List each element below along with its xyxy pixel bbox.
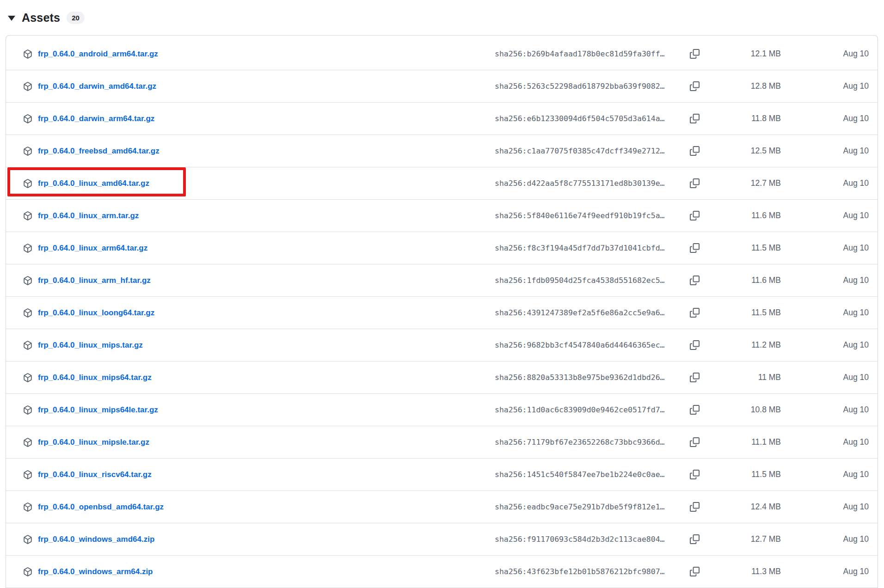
asset-sha256-digest: sha256:f8c3f194a45df7dd7b37d1041cbfd… — [495, 244, 680, 252]
asset-sha256-digest: sha256:5f840e6116e74f9eedf910b19fc5a… — [495, 211, 680, 220]
asset-sha256-digest: sha256:eadbc9ace75e291b7dbe5f9f812e1… — [495, 502, 680, 511]
asset-date: Aug 10 — [781, 308, 869, 318]
package-icon — [23, 147, 32, 156]
asset-row: frp_0.64.0_windows_amd64.zip sha256:f911… — [6, 523, 878, 556]
asset-sha256-digest: sha256:1fdb09504d25fca4538d551682ec5… — [495, 276, 680, 285]
asset-file-link[interactable]: frp_0.64.0_linux_mips.tar.gz — [38, 341, 495, 350]
asset-row: frp_0.64.0_android_arm64.tar.gz sha256:b… — [6, 38, 878, 70]
package-icon — [23, 114, 32, 123]
package-icon — [23, 502, 32, 512]
asset-row: frp_0.64.0_linux_amd64.tar.gz sha256:d42… — [6, 167, 878, 200]
asset-row: frp_0.64.0_linux_mips.tar.gz sha256:9682… — [6, 329, 878, 361]
asset-file-link[interactable]: frp_0.64.0_linux_arm_hf.tar.gz — [38, 276, 495, 285]
copy-icon[interactable] — [690, 49, 700, 59]
copy-icon[interactable] — [690, 308, 700, 318]
assets-count-badge: 20 — [67, 12, 85, 24]
asset-size: 12.1 MB — [700, 49, 781, 59]
asset-file-link[interactable]: frp_0.64.0_linux_mipsle.tar.gz — [38, 438, 495, 447]
package-icon — [23, 82, 32, 91]
package-icon — [23, 179, 32, 188]
asset-row: frp_0.64.0_linux_loong64.tar.gz sha256:4… — [6, 297, 878, 329]
asset-size: 11.6 MB — [700, 211, 781, 220]
asset-file-link[interactable]: frp_0.64.0_linux_arm.tar.gz — [38, 211, 495, 220]
package-icon — [23, 405, 32, 415]
asset-file-link[interactable]: frp_0.64.0_linux_arm64.tar.gz — [38, 244, 495, 253]
package-icon — [23, 470, 32, 479]
asset-file-link[interactable]: frp_0.64.0_windows_amd64.zip — [38, 535, 495, 544]
asset-size: 12.5 MB — [700, 146, 781, 156]
copy-icon[interactable] — [690, 567, 700, 577]
asset-sha256-digest: sha256:71179bf67e23652268c73bbc9366d… — [495, 438, 680, 447]
asset-date: Aug 10 — [781, 405, 869, 415]
copy-icon[interactable] — [690, 211, 700, 221]
asset-sha256-digest: sha256:11d0ac6c83909d0e9462ce0517fd7… — [495, 405, 680, 414]
asset-file-link[interactable]: frp_0.64.0_linux_loong64.tar.gz — [38, 308, 495, 318]
asset-date: Aug 10 — [781, 81, 869, 91]
asset-file-link[interactable]: frp_0.64.0_linux_riscv64.tar.gz — [38, 470, 495, 479]
copy-icon[interactable] — [690, 340, 700, 350]
asset-size: 11.1 MB — [700, 437, 781, 447]
asset-row: frp_0.64.0_linux_arm64.tar.gz sha256:f8c… — [6, 232, 878, 264]
assets-table: frp_0.64.0_android_arm64.tar.gz sha256:b… — [6, 35, 878, 588]
copy-icon[interactable] — [690, 178, 700, 189]
asset-size: 12.8 MB — [700, 81, 781, 91]
asset-date: Aug 10 — [781, 534, 869, 544]
asset-size: 11.6 MB — [700, 276, 781, 285]
asset-date: Aug 10 — [781, 567, 869, 576]
asset-sha256-digest: sha256:9682bb3cf4547840a6d44646365ec… — [495, 341, 680, 349]
asset-row: frp_0.64.0_darwin_amd64.tar.gz sha256:52… — [6, 70, 878, 103]
asset-sha256-digest: sha256:f91170693c584d2b3d2c113cae804… — [495, 535, 680, 544]
asset-sha256-digest: sha256:8820a53313b8e975be9362d1dbd26… — [495, 373, 680, 382]
asset-size: 11.5 MB — [700, 308, 781, 318]
asset-row: frp_0.64.0_linux_mipsle.tar.gz sha256:71… — [6, 426, 878, 459]
copy-icon[interactable] — [690, 81, 700, 92]
copy-icon[interactable] — [690, 146, 700, 156]
copy-icon[interactable] — [690, 243, 700, 253]
copy-icon[interactable] — [690, 373, 700, 383]
package-icon — [23, 308, 32, 318]
copy-icon[interactable] — [690, 114, 700, 124]
package-icon — [23, 535, 32, 544]
asset-sha256-digest: sha256:c1aa77075f0385c47dcff349e2712… — [495, 147, 680, 155]
package-icon — [23, 341, 32, 350]
asset-file-link[interactable]: frp_0.64.0_linux_amd64.tar.gz — [38, 179, 495, 188]
asset-row: frp_0.64.0_freebsd_amd64.tar.gz sha256:c… — [6, 135, 878, 167]
copy-icon[interactable] — [690, 405, 700, 415]
asset-file-link[interactable]: frp_0.64.0_linux_mips64.tar.gz — [38, 373, 495, 382]
asset-date: Aug 10 — [781, 470, 869, 479]
asset-date: Aug 10 — [781, 178, 869, 188]
asset-date: Aug 10 — [781, 276, 869, 285]
asset-file-link[interactable]: frp_0.64.0_windows_arm64.zip — [38, 567, 495, 576]
asset-file-link[interactable]: frp_0.64.0_openbsd_amd64.tar.gz — [38, 502, 495, 512]
copy-icon[interactable] — [690, 437, 700, 447]
asset-date: Aug 10 — [781, 340, 869, 350]
asset-size: 11.5 MB — [700, 470, 781, 479]
package-icon — [23, 49, 32, 59]
asset-date: Aug 10 — [781, 211, 869, 220]
package-icon — [23, 373, 32, 382]
asset-size: 11.5 MB — [700, 243, 781, 253]
asset-file-link[interactable]: frp_0.64.0_freebsd_amd64.tar.gz — [38, 147, 495, 156]
copy-icon[interactable] — [690, 276, 700, 286]
package-icon — [23, 244, 32, 253]
asset-date: Aug 10 — [781, 502, 869, 512]
package-icon — [23, 438, 32, 447]
asset-size: 11.3 MB — [700, 567, 781, 576]
package-icon — [23, 567, 32, 576]
asset-date: Aug 10 — [781, 114, 869, 123]
asset-file-link[interactable]: frp_0.64.0_darwin_amd64.tar.gz — [38, 82, 495, 91]
asset-date: Aug 10 — [781, 373, 869, 382]
asset-size: 11.8 MB — [700, 114, 781, 123]
asset-row: frp_0.64.0_linux_arm.tar.gz sha256:5f840… — [6, 200, 878, 232]
copy-icon[interactable] — [690, 502, 700, 512]
asset-file-link[interactable]: frp_0.64.0_linux_mips64le.tar.gz — [38, 405, 495, 415]
asset-file-link[interactable]: frp_0.64.0_android_arm64.tar.gz — [38, 49, 495, 59]
asset-date: Aug 10 — [781, 243, 869, 253]
collapse-triangle-icon[interactable] — [8, 16, 15, 21]
asset-file-link[interactable]: frp_0.64.0_darwin_arm64.tar.gz — [38, 114, 495, 123]
asset-sha256-digest: sha256:e6b12330094d6f504c5705d3a614a… — [495, 114, 680, 123]
asset-size: 11 MB — [700, 373, 781, 382]
copy-icon[interactable] — [690, 534, 700, 545]
copy-icon[interactable] — [690, 470, 700, 480]
asset-size: 12.4 MB — [700, 502, 781, 512]
